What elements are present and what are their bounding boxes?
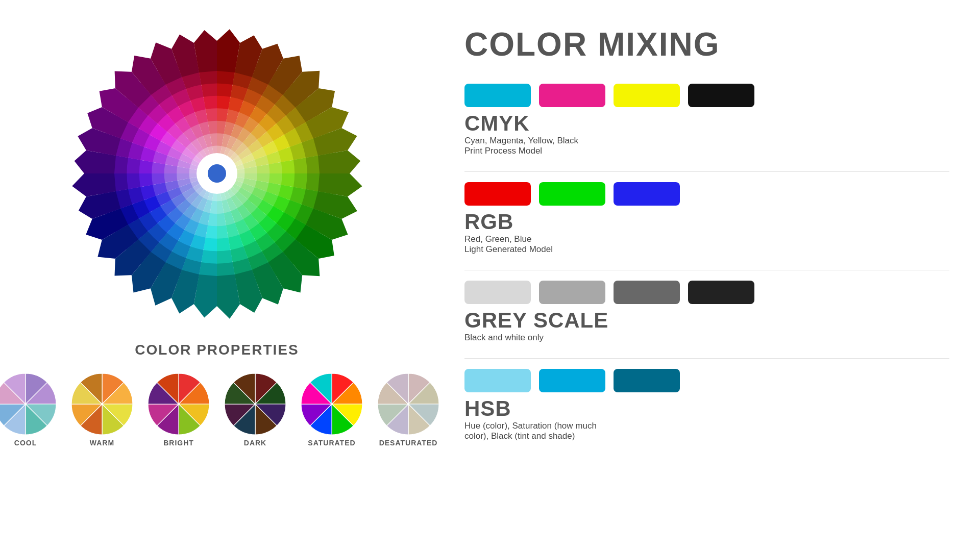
model-section-rgb: RGBRed, Green, BlueLight Generated Model <box>464 171 949 255</box>
rgb-desc2: Light Generated Model <box>464 244 949 255</box>
cmyk-swatch-3 <box>688 84 754 107</box>
small-wheel-saturated <box>301 373 362 435</box>
wheel-item-desaturated: DESATURATED <box>378 373 439 447</box>
cmyk-desc1: Cyan, Magenta, Yellow, Black <box>464 136 949 146</box>
color-wheels-row: COOLWARMBRIGHTDARKSATURATEDDESATURATED <box>0 373 434 447</box>
color-properties-title: COLOR PROPERTIES <box>0 342 434 358</box>
wheel-label-bright: BRIGHT <box>163 439 194 447</box>
small-wheel-desaturated <box>378 373 439 435</box>
greyscale-swatch-0 <box>464 281 531 304</box>
greyscale-desc1: Black and white only <box>464 333 949 343</box>
page-title: COLOR MIXING <box>464 26 949 63</box>
main-color-wheel <box>64 20 370 327</box>
greyscale-swatch-1 <box>539 281 605 304</box>
rgb-swatch-0 <box>464 182 531 206</box>
cmyk-swatch-2 <box>614 84 680 107</box>
hsb-swatch-1 <box>539 369 605 392</box>
cmyk-swatches <box>464 84 949 107</box>
hsb-swatches <box>464 369 949 392</box>
cmyk-swatch-0 <box>464 84 531 107</box>
model-section-hsb: HSBHue (color), Saturation (how muchcolo… <box>464 358 949 441</box>
hsb-desc2: color), Black (tint and shade) <box>464 431 949 441</box>
rgb-desc1: Red, Green, Blue <box>464 234 949 244</box>
cmyk-desc2: Print Process Model <box>464 146 949 156</box>
color-properties-section: COLOR PROPERTIES COOLWARMBRIGHTDARKSATUR… <box>0 342 434 447</box>
hsb-swatch-2 <box>614 369 680 392</box>
model-section-cmyk: CMYKCyan, Magenta, Yellow, BlackPrint Pr… <box>464 84 949 156</box>
wheel-item-warm: WARM <box>71 373 133 447</box>
hsb-swatch-0 <box>464 369 531 392</box>
wheel-label-desaturated: DESATURATED <box>379 439 438 447</box>
cmyk-swatch-1 <box>539 84 605 107</box>
small-wheel-cool <box>0 373 56 435</box>
small-wheel-dark <box>225 373 286 435</box>
right-panel: COLOR MIXING CMYKCyan, Magenta, Yellow, … <box>434 0 980 551</box>
rgb-swatch-2 <box>614 182 680 206</box>
rgb-swatch-1 <box>539 182 605 206</box>
greyscale-swatch-3 <box>688 281 754 304</box>
hsb-desc1: Hue (color), Saturation (how much <box>464 421 949 431</box>
greyscale-swatch-2 <box>614 281 680 304</box>
small-wheel-warm <box>71 373 133 435</box>
wheel-label-cool: COOL <box>14 439 37 447</box>
rgb-swatches <box>464 182 949 206</box>
wheel-item-bright: BRIGHT <box>148 373 209 447</box>
wheel-item-saturated: SATURATED <box>301 373 362 447</box>
wheel-item-dark: DARK <box>225 373 286 447</box>
wheel-item-cool: COOL <box>0 373 56 447</box>
cmyk-name: CMYK <box>464 111 949 136</box>
rgb-name: RGB <box>464 210 949 234</box>
model-section-greyscale: GREY SCALEBlack and white only <box>464 270 949 343</box>
wheel-label-warm: WARM <box>90 439 114 447</box>
wheel-label-dark: DARK <box>244 439 266 447</box>
wheel-label-saturated: SATURATED <box>308 439 355 447</box>
hsb-name: HSB <box>464 396 949 421</box>
left-panel: COLOR PROPERTIES COOLWARMBRIGHTDARKSATUR… <box>0 0 434 551</box>
svg-point-1 <box>208 164 226 183</box>
greyscale-name: GREY SCALE <box>464 308 949 333</box>
greyscale-swatches <box>464 281 949 304</box>
small-wheel-bright <box>148 373 209 435</box>
